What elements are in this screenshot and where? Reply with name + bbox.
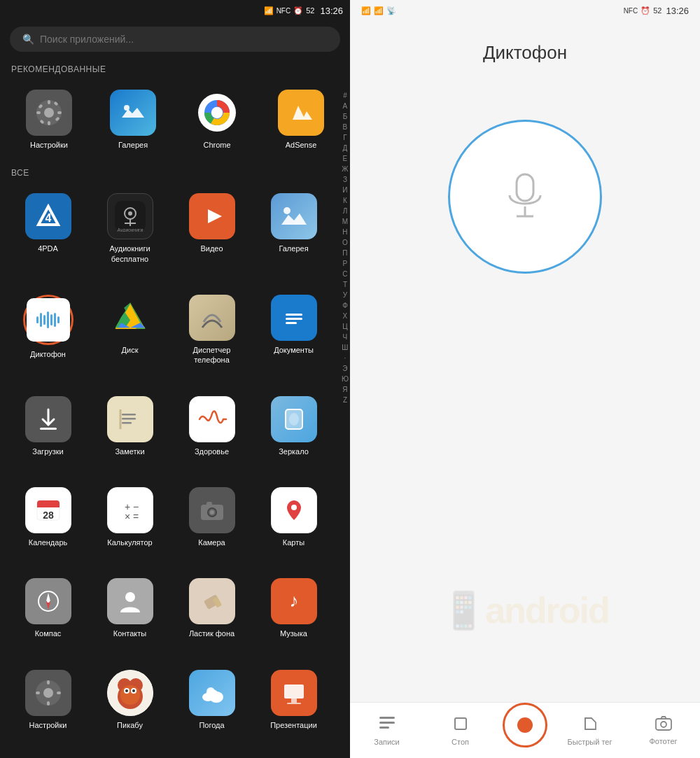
app-disk[interactable]: Диск bbox=[89, 288, 171, 389]
alpha-g[interactable]: Г bbox=[343, 133, 346, 143]
svg-rect-46 bbox=[122, 422, 132, 424]
alpha-z[interactable]: З bbox=[343, 175, 347, 185]
app-icon-documents bbox=[271, 295, 317, 341]
alpha-f[interactable]: Ф bbox=[342, 301, 348, 311]
app-label-video: Видео bbox=[200, 244, 223, 253]
alpha-i[interactable]: И bbox=[342, 185, 347, 195]
toolbar-recordings-label: Записи bbox=[374, 738, 400, 746]
app-calendar[interactable]: 28 пятница Календарь bbox=[7, 480, 89, 571]
app-gallery[interactable]: Галерея bbox=[91, 83, 175, 157]
app-settings2[interactable]: Настройки bbox=[7, 663, 89, 754]
alpha-v[interactable]: В bbox=[343, 122, 348, 132]
svg-rect-115 bbox=[656, 719, 671, 730]
app-calculator[interactable]: + − × = Калькулятор bbox=[89, 480, 171, 571]
app-weather[interactable]: Погода bbox=[171, 663, 253, 754]
app-dictaphone[interactable]: Диктофон bbox=[7, 288, 89, 389]
alpha-p[interactable]: П bbox=[342, 248, 347, 258]
alpha-m[interactable]: М bbox=[342, 217, 348, 227]
app-label-adsense: AdSense bbox=[286, 140, 317, 150]
alpha-a[interactable]: А bbox=[343, 101, 348, 111]
app-label-audiobooks: Аудиокниги бесплатно bbox=[102, 244, 158, 264]
alpha-b[interactable]: Б bbox=[343, 112, 348, 122]
app-icon-weather bbox=[189, 670, 235, 716]
app-label-gallery2: Галерея bbox=[279, 244, 308, 253]
app-icon-picabu bbox=[107, 670, 153, 716]
svg-point-77 bbox=[125, 592, 135, 602]
app-mirror[interactable]: Зеркало bbox=[253, 389, 335, 480]
alpha-zz[interactable]: Z bbox=[343, 395, 347, 405]
svg-rect-38 bbox=[286, 314, 302, 316]
app-icon-gallery bbox=[110, 90, 156, 136]
svg-point-21 bbox=[128, 211, 132, 216]
alpha-o[interactable]: О bbox=[342, 238, 348, 248]
toolbar-record[interactable] bbox=[497, 703, 553, 759]
app-presentations[interactable]: Презентации bbox=[253, 663, 335, 754]
svg-rect-2 bbox=[48, 100, 50, 104]
app-notes[interactable]: Заметки bbox=[89, 389, 171, 480]
all-apps-grid: 4 4PDA Аудиокниги Аудиокниги бесплатно bbox=[0, 182, 350, 758]
alpha-ch[interactable]: Ч bbox=[343, 332, 348, 342]
alpha-ya[interactable]: Я bbox=[342, 385, 347, 395]
alphabet-sidebar[interactable]: # А Б В Г Д Е Ж З И К Л М Н О П Р С Т У … bbox=[342, 91, 349, 737]
app-dispatcher[interactable]: Диспетчер телефона bbox=[171, 288, 253, 389]
svg-rect-112 bbox=[379, 727, 389, 729]
app-icon-video bbox=[189, 193, 235, 239]
svg-rect-106 bbox=[287, 703, 301, 704]
app-label-health: Здоровье bbox=[195, 447, 229, 456]
svg-point-97 bbox=[132, 689, 135, 692]
alpha-sh[interactable]: Ш bbox=[342, 343, 348, 353]
app-gallery2[interactable]: Галерея bbox=[253, 186, 335, 288]
alpha-dot[interactable]: · bbox=[344, 353, 346, 363]
alpha-u[interactable]: У bbox=[343, 290, 347, 300]
app-maps[interactable]: Карты bbox=[253, 480, 335, 571]
app-documents[interactable]: Документы bbox=[253, 288, 335, 389]
alpha-n[interactable]: Н bbox=[342, 227, 347, 237]
app-downloads[interactable]: Загрузки bbox=[7, 389, 89, 480]
toolbar-quick-tag-label: Быстрый тег bbox=[568, 738, 612, 746]
app-music[interactable]: ♪ Музыка bbox=[253, 571, 335, 662]
alpha-ts[interactable]: Ц bbox=[342, 322, 347, 332]
alpha-l[interactable]: Л bbox=[343, 206, 348, 216]
toolbar-stop[interactable]: Стоп bbox=[424, 715, 497, 746]
toolbar-recordings[interactable]: Записи bbox=[350, 715, 424, 746]
signal-icon-right: 📶 bbox=[361, 6, 371, 15]
alpha-e[interactable]: Е bbox=[343, 154, 348, 164]
bottom-toolbar: Записи Стоп Быстрый bbox=[350, 702, 700, 758]
app-contacts[interactable]: Контакты bbox=[89, 571, 171, 662]
toolbar-photo-note[interactable]: Фототег bbox=[626, 716, 700, 745]
quick-tag-icon bbox=[582, 715, 598, 735]
app-icon-disk bbox=[107, 295, 153, 341]
record-button[interactable] bbox=[503, 703, 547, 748]
app-compass[interactable]: Компас bbox=[7, 571, 89, 662]
app-chrome[interactable]: Chrome bbox=[175, 83, 259, 157]
alpha-r[interactable]: Р bbox=[343, 259, 348, 269]
alpha-e2[interactable]: Э bbox=[342, 364, 347, 374]
app-health[interactable]: Здоровье bbox=[171, 389, 253, 480]
toolbar-quick-tag[interactable]: Быстрый тег bbox=[553, 715, 626, 746]
svg-point-84 bbox=[43, 688, 53, 698]
alpha-zh[interactable]: Ж bbox=[342, 164, 348, 174]
app-settings[interactable]: Настройки bbox=[7, 83, 91, 157]
alpha-k[interactable]: К bbox=[343, 196, 347, 206]
alpha-d[interactable]: Д bbox=[343, 143, 348, 153]
app-audiobooks[interactable]: Аудиокниги Аудиокниги бесплатно bbox=[89, 186, 171, 288]
mic-circle[interactable] bbox=[448, 120, 602, 274]
app-picabu[interactable]: Пикабу bbox=[89, 663, 171, 754]
app-adsense[interactable]: AdSense bbox=[259, 83, 343, 157]
app-camera[interactable]: Камера bbox=[171, 480, 253, 571]
alarm-icon: ⏰ bbox=[293, 6, 303, 15]
alpha-yu[interactable]: Ю bbox=[342, 374, 349, 384]
search-bar[interactable]: 🔍 Поиск приложений... bbox=[10, 27, 340, 52]
alpha-s[interactable]: С bbox=[342, 269, 347, 279]
alpha-kh[interactable]: Х bbox=[343, 311, 348, 321]
app-video[interactable]: Видео bbox=[171, 186, 253, 288]
app-4pda[interactable]: 4 4PDA bbox=[7, 186, 89, 288]
app-eraser[interactable]: Ластик фона bbox=[171, 571, 253, 662]
all-label: ВСЕ bbox=[0, 161, 350, 182]
app-icon-dictaphone bbox=[23, 295, 74, 345]
alpha-t[interactable]: Т bbox=[343, 280, 347, 290]
alpha-hash[interactable]: # bbox=[343, 91, 347, 101]
svg-rect-4 bbox=[36, 111, 41, 114]
status-icons-left: 📶 NFC ⏰ 52 13:26 bbox=[264, 6, 343, 16]
status-bar-right: 📶 📶 📡 NFC ⏰ 52 13:26 bbox=[350, 0, 700, 21]
